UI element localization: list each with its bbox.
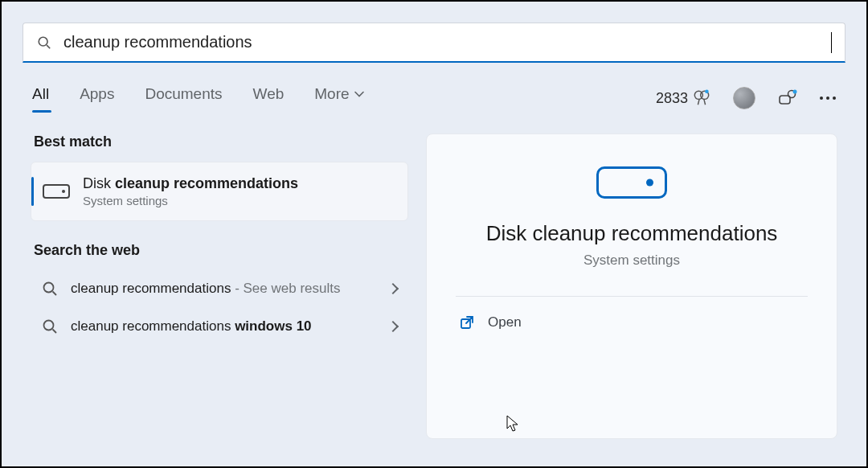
- tab-all[interactable]: All: [32, 85, 49, 111]
- web-result-0[interactable]: cleanup recommendations - See web result…: [31, 270, 408, 308]
- chevron-right-icon: [387, 283, 399, 294]
- best-match-header: Best match: [34, 133, 408, 150]
- rewards-points-value: 2833: [656, 90, 688, 107]
- open-action[interactable]: Open: [456, 303, 808, 342]
- best-match-text: Disk cleanup recommendations System sett…: [83, 175, 298, 207]
- results-left-column: Best match Disk cleanup recommendations …: [31, 133, 408, 439]
- search-bar[interactable]: cleanup recommendations: [23, 23, 845, 63]
- text-cursor: [831, 32, 832, 53]
- divider: [456, 296, 808, 297]
- best-match-bold: cleanup recommendations: [115, 175, 298, 191]
- svg-point-7: [793, 90, 797, 94]
- rewards-points[interactable]: 2833: [656, 89, 710, 107]
- search-input[interactable]: cleanup recommendations: [63, 33, 833, 51]
- svg-line-1: [47, 45, 50, 48]
- disk-icon-large: [596, 166, 667, 199]
- chat-icon[interactable]: [778, 88, 797, 108]
- open-label: Open: [488, 314, 522, 330]
- medal-icon: [693, 89, 710, 107]
- details-title: Disk cleanup recommendations: [486, 221, 778, 246]
- svg-point-10: [44, 321, 54, 330]
- svg-point-8: [44, 283, 54, 293]
- svg-point-0: [39, 37, 47, 46]
- user-avatar[interactable]: [733, 87, 755, 109]
- search-icon: [42, 281, 58, 297]
- header-right-controls: 2833: [656, 87, 836, 109]
- results-content: Best match Disk cleanup recommendations …: [23, 133, 845, 439]
- chevron-down-icon: [354, 91, 364, 97]
- search-icon: [36, 35, 52, 51]
- chevron-right-icon: [387, 321, 399, 332]
- filter-tabs: All Apps Documents Web More: [32, 85, 364, 111]
- svg-line-11: [53, 330, 57, 334]
- details-subtitle: System settings: [583, 252, 680, 269]
- open-external-icon: [459, 314, 475, 330]
- search-icon: [42, 318, 58, 335]
- tab-web[interactable]: Web: [253, 85, 285, 111]
- tab-more-label: More: [314, 85, 349, 103]
- disk-icon: [43, 184, 70, 199]
- details-panel: Disk cleanup recommendations System sett…: [426, 133, 837, 439]
- svg-point-4: [705, 89, 709, 93]
- more-options-button[interactable]: [820, 96, 836, 100]
- web-result-1[interactable]: cleanup recommendations windows 10: [31, 308, 408, 346]
- best-match-prefix: Disk: [83, 175, 115, 191]
- search-web-header: Search the web: [34, 242, 408, 259]
- best-match-subtitle: System settings: [83, 194, 298, 207]
- tab-more[interactable]: More: [314, 85, 363, 111]
- filter-tabs-row: All Apps Documents Web More 2833: [23, 85, 845, 111]
- web-result-text: cleanup recommendations - See web result…: [71, 280, 376, 298]
- svg-line-9: [53, 292, 57, 296]
- web-result-text: cleanup recommendations windows 10: [71, 318, 376, 336]
- best-match-result[interactable]: Disk cleanup recommendations System sett…: [31, 162, 408, 221]
- tab-documents[interactable]: Documents: [145, 85, 222, 111]
- tab-apps[interactable]: Apps: [80, 85, 114, 111]
